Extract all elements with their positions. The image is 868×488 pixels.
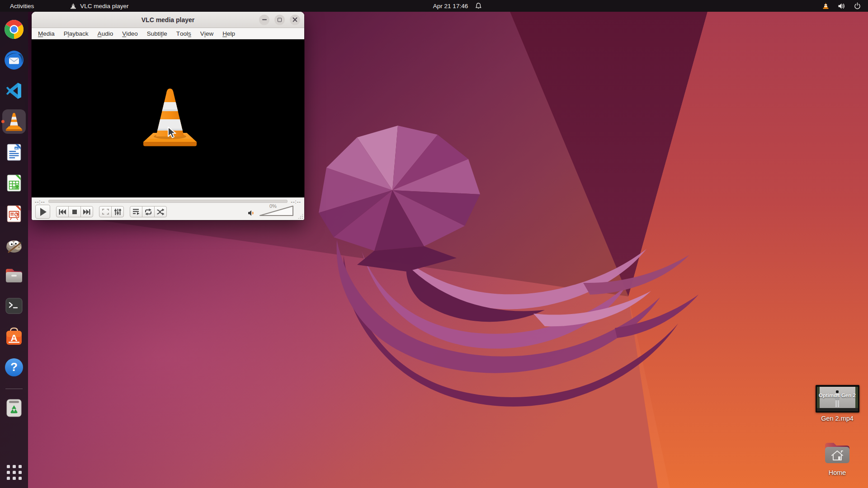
- thunderbird-icon: [4, 50, 24, 70]
- menu-video[interactable]: Video: [118, 28, 142, 39]
- menu-media[interactable]: Media: [33, 28, 59, 39]
- vlc-running-indicator: [1, 120, 5, 123]
- thumbnail-caption: Optimus Gen 2: [816, 393, 859, 398]
- elapsed-time: --:--: [35, 199, 45, 204]
- vlc-window: VLC media player MediaPlaybackAudioVideo…: [32, 12, 304, 220]
- focused-app-indicator[interactable]: VLC media player: [70, 3, 128, 9]
- dock-item-vlc[interactable]: [0, 111, 28, 132]
- menu-help[interactable]: Help: [218, 28, 240, 39]
- vlc-tray-cone-icon: [822, 2, 829, 9]
- play-button[interactable]: [35, 205, 50, 219]
- dock-item-libreoffice-calc[interactable]: [0, 173, 28, 193]
- dock-item-trash[interactable]: [0, 397, 28, 418]
- dock-item-gimp[interactable]: [0, 234, 28, 255]
- chrome-icon: [4, 19, 24, 39]
- system-tray[interactable]: [822, 2, 868, 9]
- seek-slider[interactable]: [48, 200, 288, 203]
- mouse-cursor: [167, 126, 178, 141]
- loop-button[interactable]: [142, 206, 155, 217]
- dock-item-libreoffice-impress[interactable]: [0, 203, 28, 224]
- desktop: Activities VLC media player Apr 21 17:46: [0, 0, 868, 488]
- libreoffice-impress-icon: [5, 204, 24, 223]
- menu-tools[interactable]: Tools: [172, 28, 196, 39]
- power-icon: [854, 2, 861, 9]
- equalizer-icon: [114, 208, 122, 216]
- desktop-icon-gen2-video[interactable]: Optimus Gen 2 Gen 2.mp4: [793, 385, 868, 422]
- vscode-icon: [5, 81, 24, 100]
- stop-icon: [72, 209, 77, 215]
- volume-icon: [838, 3, 845, 9]
- maximize-button[interactable]: [274, 14, 285, 25]
- playlist-button[interactable]: [130, 206, 142, 217]
- dock-item-chrome[interactable]: [0, 19, 28, 40]
- volume-slider[interactable]: [259, 205, 294, 218]
- files-folder-icon: [4, 266, 24, 284]
- svg-text:?: ?: [10, 360, 18, 374]
- clock-label: Apr 21 17:46: [433, 3, 468, 9]
- vlc-dock-icon: [5, 112, 24, 131]
- close-icon: [292, 17, 297, 22]
- menu-view[interactable]: View: [196, 28, 218, 39]
- libreoffice-writer-icon: [5, 143, 24, 162]
- desktop-icon-home-folder[interactable]: Home: [809, 439, 865, 476]
- terminal-icon: [5, 297, 24, 315]
- close-button[interactable]: [290, 14, 300, 25]
- home-folder-icon: [823, 439, 852, 467]
- extended-settings-button[interactable]: [111, 206, 124, 217]
- maximize-icon: [278, 18, 282, 22]
- home-label: Home: [829, 469, 846, 476]
- activities-button[interactable]: Activities: [0, 0, 42, 12]
- playlist-group: [130, 206, 167, 217]
- minimize-icon: [262, 19, 267, 20]
- menu-playback[interactable]: Playback: [59, 28, 93, 39]
- dock-item-help[interactable]: ?: [0, 357, 28, 378]
- random-button[interactable]: [154, 206, 167, 217]
- volume-control[interactable]: 0%: [248, 205, 301, 218]
- dock-item-thunderbird[interactable]: [0, 50, 28, 70]
- next-icon: [83, 209, 91, 215]
- volume-percent-label: 0%: [269, 203, 277, 209]
- menu-subtitle[interactable]: Subtitle: [142, 28, 172, 39]
- previous-icon: [58, 209, 66, 215]
- play-icon: [38, 207, 47, 217]
- window-title: VLC media player: [142, 16, 195, 23]
- dock-item-ubuntu-software[interactable]: A: [0, 326, 28, 347]
- playlist-icon: [132, 208, 140, 215]
- app-grid-button[interactable]: [0, 462, 28, 483]
- vlc-cone-icon: [70, 3, 76, 9]
- dock-item-terminal[interactable]: [0, 296, 28, 316]
- dock-item-libreoffice-writer[interactable]: [0, 142, 28, 163]
- vlc-menu-bar: MediaPlaybackAudioVideoSubtitleToolsView…: [32, 28, 304, 39]
- next-button[interactable]: [80, 206, 93, 217]
- stop-button[interactable]: [68, 206, 81, 217]
- previous-button[interactable]: [56, 206, 69, 217]
- clock-group[interactable]: Apr 21 17:46: [433, 0, 482, 12]
- activities-label: Activities: [10, 3, 34, 9]
- help-icon: ?: [4, 357, 24, 377]
- fullscreen-button[interactable]: [99, 206, 112, 217]
- notification-bell-icon: [475, 2, 482, 9]
- view-group: [99, 206, 124, 217]
- loop-icon: [144, 208, 152, 216]
- svg-text:A: A: [10, 333, 17, 343]
- controls-row: 0%: [32, 205, 304, 220]
- video-area[interactable]: [32, 39, 304, 197]
- shuffle-icon: [156, 208, 165, 216]
- dock-item-files[interactable]: [0, 265, 28, 286]
- dock-divider: [5, 389, 23, 389]
- menu-audio[interactable]: Audio: [93, 28, 118, 39]
- seek-row: --:-- --:--: [32, 197, 304, 205]
- vlc-titlebar[interactable]: VLC media player: [32, 12, 304, 28]
- speaker-icon: [248, 210, 255, 218]
- trash-icon: [5, 398, 24, 418]
- top-bar: Activities VLC media player Apr 21 17:46: [0, 0, 868, 12]
- ubuntu-software-icon: A: [5, 327, 24, 347]
- dock: A ?: [0, 12, 28, 488]
- gimp-icon: [4, 235, 24, 254]
- fullscreen-icon: [102, 208, 109, 215]
- minimize-button[interactable]: [259, 14, 269, 25]
- app-grid-icon: [7, 465, 22, 480]
- gen2-file-label: Gen 2.mp4: [821, 415, 854, 422]
- dock-item-vscode[interactable]: [0, 80, 28, 101]
- libreoffice-calc-icon: [5, 174, 24, 192]
